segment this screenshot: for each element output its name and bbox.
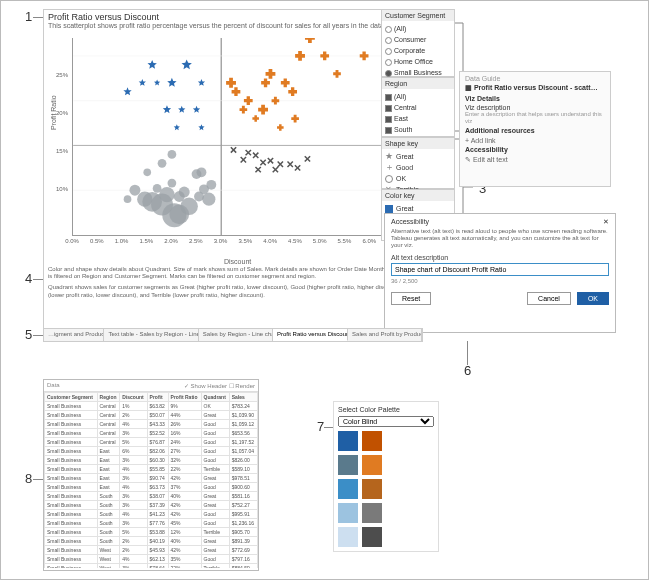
svg-marker-7 (139, 79, 146, 86)
palette-swatch-0[interactable] (338, 431, 358, 451)
y-axis-ticks: 10% 15% 20% 25% (48, 38, 70, 236)
table-head-left: Data (47, 382, 60, 389)
add-link-button[interactable]: + Add link (465, 137, 605, 144)
table-row[interactable]: Small BusinessEast6%$82.0627%Good$1,057.… (45, 447, 258, 456)
table-row[interactable]: Small BusinessEast3%$60.3032%Good$826.00 (45, 456, 258, 465)
segment-radio-0[interactable]: (All) (385, 23, 451, 34)
accessibility-info: Alternative text (alt text) is read alou… (391, 228, 609, 250)
svg-marker-14 (193, 106, 200, 113)
palette-swatch-9[interactable] (362, 527, 382, 547)
table-row[interactable]: Small BusinessWest2%$45.9342%Great$772.6… (45, 546, 258, 555)
table-row[interactable]: Small BusinessWest3%$78.6422%Terrible$88… (45, 564, 258, 569)
cancel-button[interactable]: Cancel (527, 292, 571, 305)
sheet-tab-1[interactable]: Text table - Sales by Region - Line char… (104, 329, 198, 341)
customer-segment-panel: Customer Segment (All)ConsumerCorporateH… (381, 9, 455, 77)
sheet-tab-strip: …igment and Product v…Text table - Sales… (43, 328, 423, 342)
callout-lead-4 (33, 279, 43, 280)
close-icon[interactable]: ✕ (603, 218, 609, 226)
callout-lead-6 (467, 341, 468, 365)
sheet-tab-2[interactable]: Sales by Region - Line chart (…) (199, 329, 273, 341)
svg-point-37 (143, 168, 151, 176)
svg-point-39 (168, 150, 177, 159)
reset-button[interactable]: Reset (391, 292, 431, 305)
palette-swatch-2[interactable] (338, 455, 358, 475)
accessibility-title: Accessibility (391, 218, 429, 226)
svg-marker-17 (198, 124, 204, 130)
table-row[interactable]: Small BusinessEast4%$55.8522%Terrible$58… (45, 465, 258, 474)
svg-marker-12 (178, 106, 185, 113)
table-row[interactable]: Small BusinessSouth5%$53.8812%Terrible$9… (45, 528, 258, 537)
x-axis-label: Discount (224, 258, 251, 265)
scatterplot-viz-card: Profit Ratio versus Discount This scatte… (43, 9, 423, 329)
data-text-table[interactable]: Data ✓ Show Header ☐ Render Customer Seg… (43, 379, 259, 571)
color-key-header: Color key (382, 190, 454, 201)
table-row[interactable]: Small BusinessCentral1%$63.829%OK$783.24 (45, 402, 258, 411)
table-row[interactable]: Small BusinessSouth2%$40.1940%Great$891.… (45, 537, 258, 546)
svg-point-34 (202, 193, 215, 206)
svg-point-24 (159, 187, 174, 202)
svg-point-38 (158, 159, 167, 168)
sheet-tab-0[interactable]: …igment and Product v… (44, 329, 104, 341)
table-row[interactable]: Small BusinessSouth3%$77.7645%Good$1,236… (45, 519, 258, 528)
shape-key-header: Shape key (382, 138, 454, 149)
callout-6: 6 (462, 363, 473, 378)
palette-swatch-1[interactable] (362, 431, 382, 451)
data-guide-accessibility: Accessibility (465, 146, 605, 153)
svg-point-18 (124, 195, 132, 203)
table-row[interactable]: Small BusinessWest4%$62.1335%Good$797.16 (45, 555, 258, 564)
scatterplot-plot-area[interactable] (72, 38, 394, 236)
svg-marker-9 (154, 79, 160, 85)
table-row[interactable]: Small BusinessSouth3%$38.0740%Great$581.… (45, 492, 258, 501)
ok-button[interactable]: OK (577, 292, 609, 305)
region-check-3[interactable]: South (385, 124, 451, 135)
shape-key-item-0: Great (385, 151, 451, 162)
alt-text-input[interactable] (391, 263, 609, 276)
alt-text-label: Alt text description (391, 254, 609, 261)
shape-key-item-1: Good (385, 162, 451, 173)
shape-key-item-2: OK (385, 173, 451, 184)
data-guide-viz-desc-label: Viz description (465, 104, 605, 111)
palette-swatch-8[interactable] (338, 527, 358, 547)
customer-segment-header: Customer Segment (382, 10, 454, 21)
svg-marker-6 (123, 87, 131, 95)
table-row[interactable]: Small BusinessCentral4%$43.3326%Good$1,0… (45, 420, 258, 429)
table-row[interactable]: Small BusinessCentral3%$52.5216%Good$653… (45, 429, 258, 438)
palette-swatch-7[interactable] (362, 503, 382, 523)
svg-marker-8 (147, 60, 156, 69)
svg-point-19 (129, 185, 140, 196)
svg-marker-10 (163, 105, 171, 113)
segment-radio-1[interactable]: Consumer (385, 34, 451, 45)
edit-alt-text-button[interactable]: ✎ Edit alt text (465, 156, 605, 164)
region-check-0[interactable]: (All) (385, 91, 451, 102)
svg-marker-13 (181, 59, 191, 69)
palette-swatch-4[interactable] (338, 479, 358, 499)
region-header: Region (382, 78, 454, 89)
table-row[interactable]: Small BusinessSouth4%$41.2342%Good$995.9… (45, 510, 258, 519)
svg-point-36 (199, 184, 209, 194)
shape-key-panel: Shape key GreatGoodOKTerrible (381, 137, 455, 189)
table-row[interactable]: Small BusinessEast3%$90.7442%Great$978.5… (45, 474, 258, 483)
table-row[interactable]: Small BusinessEast4%$63.7337%Good$900.60 (45, 483, 258, 492)
table-row[interactable]: Small BusinessSouth3%$37.3942%Great$752.… (45, 501, 258, 510)
svg-marker-16 (174, 124, 180, 130)
segment-radio-2[interactable]: Corporate (385, 45, 451, 56)
region-check-2[interactable]: East (385, 113, 451, 124)
callout-lead-8 (33, 479, 43, 480)
palette-swatch-6[interactable] (338, 503, 358, 523)
segment-radio-3[interactable]: Home Office (385, 56, 451, 67)
cross-icon (385, 164, 393, 172)
x-axis-ticks: 0.0%0.5%1.0%1.5%2.0%2.5%3.0%3.5%4.0%4.5%… (72, 238, 394, 250)
table-row[interactable]: Small BusinessCentral5%$76.8724%Good$1,1… (45, 438, 258, 447)
svg-point-25 (168, 179, 177, 188)
palette-swatch-5[interactable] (362, 479, 382, 499)
color-palette-select[interactable]: Color Blind (338, 416, 434, 427)
color-palette-header: Select Color Palette (338, 406, 434, 413)
data-guide-viz-desc-placeholder[interactable]: Enter a description that helps users und… (465, 111, 605, 125)
palette-swatch-3[interactable] (362, 455, 382, 475)
sheet-tab-4[interactable]: Sales and Profit by Product ca… (348, 329, 422, 341)
data-guide-additional-resources: Additional resources (465, 127, 605, 134)
table-row[interactable]: Small BusinessCentral2%$50.0744%Great$1,… (45, 411, 258, 420)
region-check-1[interactable]: Central (385, 102, 451, 113)
data-guide-viz-details: Viz Details (465, 95, 605, 102)
sheet-tab-3[interactable]: Profit Ratio versus Discount - s… (273, 329, 348, 341)
